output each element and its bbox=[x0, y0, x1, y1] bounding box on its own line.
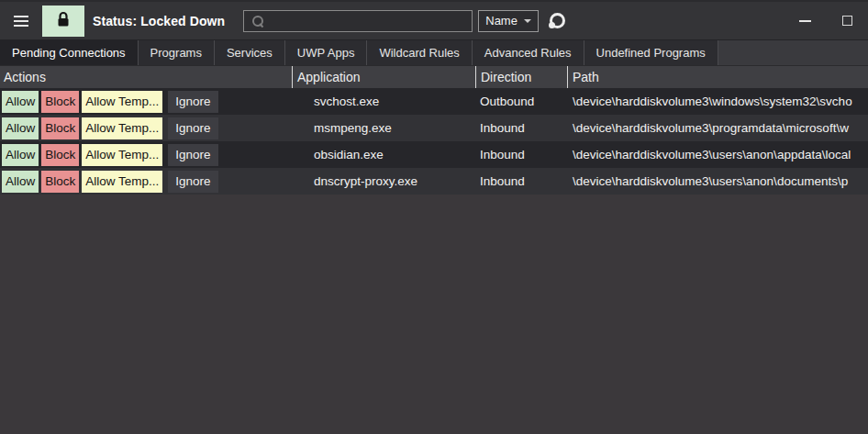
search-box[interactable] bbox=[243, 10, 473, 32]
titlebar: Status: Locked Down Name bbox=[0, 0, 868, 40]
tab-undefined-programs[interactable]: Undefined Programs bbox=[584, 40, 718, 65]
hamburger-icon bbox=[14, 16, 28, 17]
ignore-button[interactable]: Ignore bbox=[168, 144, 217, 166]
table-row[interactable]: Allow Block Allow Temp... Ignore dnscryp… bbox=[0, 168, 868, 195]
application-name: dnscrypt-proxy.exe bbox=[292, 168, 475, 195]
allow-temp-button[interactable]: Allow Temp... bbox=[82, 144, 162, 166]
direction-value: Outbound bbox=[475, 88, 567, 115]
application-name: obsidian.exe bbox=[292, 141, 475, 168]
column-header-actions[interactable]: Actions bbox=[0, 66, 292, 88]
lock-icon bbox=[56, 11, 71, 31]
table-row[interactable]: Allow Block Allow Temp... Ignore obsidia… bbox=[0, 141, 868, 168]
allow-button[interactable]: Allow bbox=[2, 144, 39, 166]
application-name: msmpeng.exe bbox=[292, 115, 475, 141]
direction-value: Inbound bbox=[475, 168, 567, 195]
tab-advanced-rules[interactable]: Advanced Rules bbox=[473, 40, 584, 65]
table-header: Actions Application Direction Path bbox=[0, 65, 868, 88]
allow-temp-button[interactable]: Allow Temp... bbox=[82, 91, 162, 113]
minimize-icon bbox=[799, 20, 811, 22]
row-actions: Allow Block Allow Temp... Ignore bbox=[0, 115, 292, 141]
maximize-icon bbox=[842, 16, 852, 26]
tab-bar: Pending Connections Programs Services UW… bbox=[0, 40, 868, 65]
minimize-button[interactable] bbox=[784, 2, 826, 39]
direction-value: Inbound bbox=[475, 141, 567, 168]
application-name: svchost.exe bbox=[292, 88, 475, 115]
tab-uwp-apps[interactable]: UWP Apps bbox=[285, 40, 368, 65]
table-row[interactable]: Allow Block Allow Temp... Ignore msmpeng… bbox=[0, 115, 868, 141]
allow-button[interactable]: Allow bbox=[2, 91, 39, 113]
tab-services[interactable]: Services bbox=[215, 40, 285, 65]
column-header-application[interactable]: Application bbox=[292, 66, 475, 88]
allow-button[interactable]: Allow bbox=[2, 117, 39, 139]
path-value: \device\harddiskvolume3\windows\system32… bbox=[567, 88, 868, 115]
block-button[interactable]: Block bbox=[41, 171, 79, 193]
tab-pending-connections[interactable]: Pending Connections bbox=[0, 40, 139, 65]
allow-temp-button[interactable]: Allow Temp... bbox=[82, 117, 162, 139]
ignore-button[interactable]: Ignore bbox=[168, 117, 217, 139]
status-label: Status: Locked Down bbox=[93, 14, 225, 28]
allow-button[interactable]: Allow bbox=[2, 171, 39, 193]
column-header-path[interactable]: Path bbox=[567, 66, 868, 88]
block-button[interactable]: Block bbox=[41, 117, 79, 139]
ignore-button[interactable]: Ignore bbox=[168, 171, 217, 193]
table-row[interactable]: Allow Block Allow Temp... Ignore svchost… bbox=[0, 88, 868, 115]
app-logo-icon[interactable] bbox=[550, 13, 565, 28]
filter-dropdown[interactable]: Name bbox=[478, 10, 539, 32]
allow-temp-button[interactable]: Allow Temp... bbox=[82, 171, 162, 193]
window-controls bbox=[784, 2, 868, 39]
path-value: \device\harddiskvolume3\programdata\micr… bbox=[567, 115, 868, 141]
firewall-window: Status: Locked Down Name Pending Connect… bbox=[0, 0, 868, 434]
path-value: \device\harddiskvolume3\users\anon\docum… bbox=[567, 168, 868, 195]
search-input[interactable] bbox=[268, 14, 468, 28]
tab-programs[interactable]: Programs bbox=[139, 40, 215, 65]
column-header-direction[interactable]: Direction bbox=[475, 66, 567, 88]
tab-wildcard-rules[interactable]: Wildcard Rules bbox=[367, 40, 472, 65]
row-actions: Allow Block Allow Temp... Ignore bbox=[0, 141, 292, 168]
empty-list-area bbox=[0, 195, 868, 434]
menu-button[interactable] bbox=[7, 7, 35, 35]
path-value: \device\harddiskvolume3\users\anon\appda… bbox=[567, 141, 868, 168]
block-button[interactable]: Block bbox=[41, 144, 79, 166]
lock-toggle-button[interactable] bbox=[42, 6, 84, 37]
row-actions: Allow Block Allow Temp... Ignore bbox=[0, 168, 292, 195]
search-icon bbox=[251, 15, 264, 28]
direction-value: Inbound bbox=[475, 115, 567, 141]
chevron-down-icon bbox=[524, 19, 531, 23]
row-actions: Allow Block Allow Temp... Ignore bbox=[0, 88, 292, 115]
maximize-button[interactable] bbox=[826, 2, 868, 39]
filter-dropdown-label: Name bbox=[485, 14, 517, 28]
block-button[interactable]: Block bbox=[41, 91, 79, 113]
ignore-button[interactable]: Ignore bbox=[168, 91, 217, 113]
